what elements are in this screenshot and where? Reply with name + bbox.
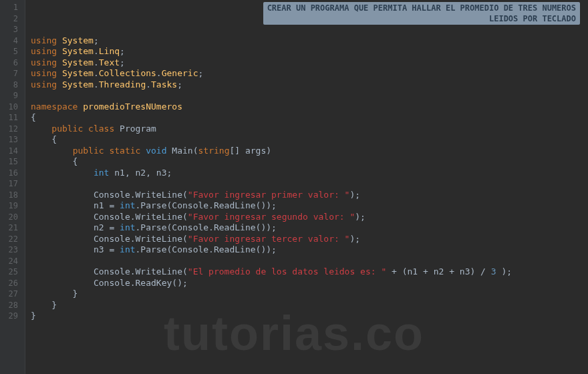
line-number: 28: [0, 300, 25, 311]
code-editor: 1 2 3 4 5 6 7 8 9 10 11 12 13 14 15 16 1…: [0, 0, 588, 374]
line-number: 23: [0, 244, 25, 256]
line-number: 17: [0, 178, 25, 190]
code-line: Console.WriteLine("Favor ingresar tercer…: [31, 234, 588, 245]
code-line: namespace promedioTresNUmeros: [31, 102, 588, 113]
line-number: 12: [0, 124, 25, 135]
code-line: }: [31, 300, 588, 311]
line-number: 4: [0, 35, 25, 47]
code-line: using System.Collections.Generic;: [31, 68, 588, 79]
code-line: }: [31, 289, 588, 300]
code-line: n3 = int.Parse(Console.ReadLine());: [31, 244, 588, 256]
code-line: {: [31, 156, 588, 168]
comment-header-box: CREAR UN PROGRAMA QUE PERMITA HALLAR EL …: [263, 2, 580, 25]
header-line1: CREAR UN PROGRAMA QUE PERMITA HALLAR EL …: [267, 3, 576, 13]
code-line: using System.Linq;: [31, 46, 588, 57]
line-number: 25: [0, 266, 25, 278]
code-line: Console.WriteLine("Favor ingresar segund…: [31, 212, 588, 223]
line-number: 13: [0, 134, 25, 146]
code-line: n2 = int.Parse(Console.ReadLine());: [31, 222, 588, 234]
code-line: int n1, n2, n3;: [31, 168, 588, 179]
line-number: 24: [0, 256, 25, 267]
line-number: 8: [0, 79, 25, 91]
line-number: 21: [0, 222, 25, 234]
code-line: Console.WriteLine("Favor ingresar primer…: [31, 190, 588, 201]
code-line: [31, 90, 588, 102]
line-gutter: 1 2 3 4 5 6 7 8 9 10 11 12 13 14 15 16 1…: [0, 0, 25, 374]
code-line: [31, 178, 588, 190]
code-area[interactable]: CREAR UN PROGRAMA QUE PERMITA HALLAR EL …: [25, 0, 588, 374]
header-line2: LEIDOS POR TECLADO: [267, 13, 576, 24]
line-number: 15: [0, 156, 25, 168]
code-line: Console.WriteLine("El promedio de los da…: [31, 266, 588, 278]
code-line: using System.Text;: [31, 57, 588, 69]
code-line: using System.Threading.Tasks;: [31, 79, 588, 91]
code-line: {: [31, 112, 588, 124]
line-number: 19: [0, 200, 25, 212]
line-number: 10: [0, 102, 25, 113]
line-number: 7: [0, 68, 25, 79]
line-number: 18: [0, 190, 25, 201]
code-line: Console.ReadKey();: [31, 278, 588, 289]
line-number: 5: [0, 46, 25, 57]
line-number: 6: [0, 57, 25, 69]
line-number: 29: [0, 311, 25, 322]
line-number: 16: [0, 168, 25, 179]
code-line: using System;: [31, 35, 588, 47]
code-line: public class Program: [31, 124, 588, 135]
line-number: 2: [0, 13, 25, 25]
code-line: [31, 256, 588, 267]
line-number: 11: [0, 112, 25, 124]
line-number: 1: [0, 2, 25, 13]
code-line: n1 = int.Parse(Console.ReadLine());: [31, 200, 588, 212]
code-line: [31, 24, 588, 35]
line-number: 26: [0, 278, 25, 289]
code-line: public static void Main(string[] args): [31, 146, 588, 157]
code-line: {: [31, 134, 588, 146]
line-number: 22: [0, 234, 25, 245]
line-number: 3: [0, 24, 25, 35]
line-number: 14: [0, 146, 25, 157]
code-line: }: [31, 311, 588, 322]
line-number: 9: [0, 90, 25, 102]
line-number: 20: [0, 212, 25, 223]
line-number: 27: [0, 289, 25, 300]
